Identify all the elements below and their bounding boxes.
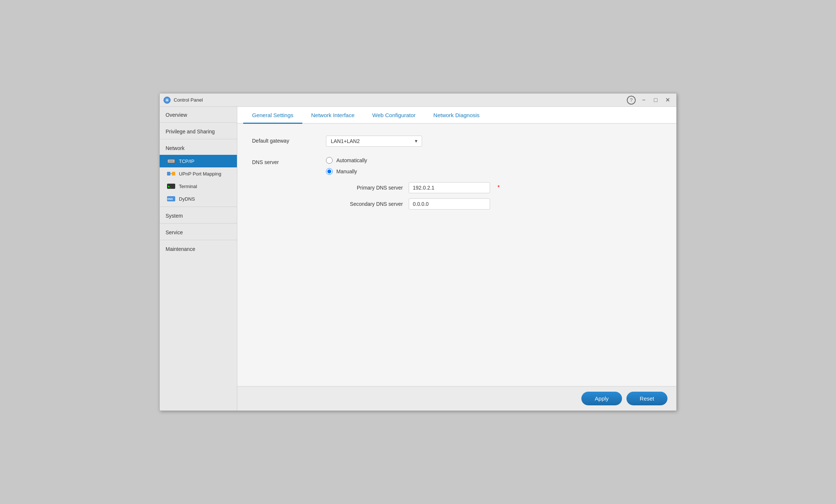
tab-network-interface[interactable]: Network Interface (302, 107, 364, 124)
minimize-button[interactable]: − (639, 96, 649, 105)
sidebar-item-dydns[interactable]: DNS DyDNS (160, 193, 237, 205)
right-panel: General Settings Network Interface Web C… (237, 107, 676, 411)
dns-server-controls: Automatically Manually Primary DNS serve… (326, 157, 500, 210)
dns-server-row: DNS server Automatically Manually P (252, 157, 662, 210)
dns-auto-radio[interactable] (326, 157, 333, 164)
dydns-label: DyDNS (179, 196, 195, 202)
default-gateway-row: Default gateway LAN1+LAN2 LAN1 LAN2 ▼ (252, 136, 662, 147)
default-gateway-label: Default gateway (252, 136, 326, 144)
dns-server-label: DNS server (252, 157, 326, 165)
sidebar-item-service[interactable]: Service (160, 224, 237, 239)
primary-dns-label: Primary DNS server (336, 185, 403, 191)
content-area: Default gateway LAN1+LAN2 LAN1 LAN2 ▼ DN… (237, 124, 676, 386)
tcpip-icon (167, 158, 175, 164)
upnp-label: UPnP Port Mapping (179, 171, 221, 177)
sidebar-item-system[interactable]: System (160, 208, 237, 222)
dns-auto-label[interactable]: Automatically (336, 157, 367, 163)
dns-auto-row: Automatically (326, 157, 500, 164)
dns-manual-radio[interactable] (326, 168, 333, 175)
control-panel-window: Control Panel ? − □ ✕ Overview Privilege… (159, 93, 677, 411)
svg-point-2 (166, 99, 168, 101)
tab-general-settings[interactable]: General Settings (243, 107, 302, 124)
main-content: Overview Privilege and Sharing Network T… (160, 107, 676, 411)
svg-text:▶_: ▶_ (168, 185, 172, 188)
svg-rect-5 (169, 160, 174, 162)
primary-dns-input[interactable] (409, 182, 490, 193)
dns-manual-label[interactable]: Manually (336, 168, 357, 174)
dns-manual-inputs: Primary DNS server * Secondary DNS serve… (336, 182, 500, 210)
sidebar-item-privilege[interactable]: Privilege and Sharing (160, 123, 237, 138)
terminal-icon: ▶_ (167, 183, 175, 189)
window-title: Control Panel (174, 97, 627, 103)
dns-manual-row: Manually (326, 168, 500, 175)
tabs-bar: General Settings Network Interface Web C… (237, 107, 676, 124)
sidebar-item-overview[interactable]: Overview (160, 107, 237, 122)
close-button[interactable]: ✕ (662, 96, 673, 105)
svg-text:DNS: DNS (167, 198, 173, 200)
apply-button[interactable]: Apply (581, 392, 622, 405)
sidebar-item-upnp[interactable]: UPnP Port Mapping (160, 167, 237, 180)
tab-network-diagnosis[interactable]: Network Diagnosis (425, 107, 489, 124)
secondary-dns-row: Secondary DNS server (336, 198, 500, 210)
sidebar-item-maintenance[interactable]: Maintenance (160, 241, 237, 256)
reset-button[interactable]: Reset (626, 392, 667, 405)
titlebar: Control Panel ? − □ ✕ (160, 93, 676, 107)
help-button[interactable]: ? (627, 96, 636, 105)
app-icon (163, 96, 171, 104)
sidebar-item-tcpip[interactable]: TCP/IP (160, 155, 237, 167)
sidebar-item-network[interactable]: Network (160, 140, 237, 155)
maximize-button[interactable]: □ (650, 96, 661, 105)
tab-web-configurator[interactable]: Web Configurator (363, 107, 424, 124)
sidebar: Overview Privilege and Sharing Network T… (160, 107, 237, 411)
window-controls: − □ ✕ (639, 96, 673, 105)
sidebar-item-terminal[interactable]: ▶_ Terminal (160, 180, 237, 193)
secondary-dns-input[interactable] (409, 198, 490, 210)
footer: Apply Reset (237, 386, 676, 411)
default-gateway-select-wrapper: LAN1+LAN2 LAN1 LAN2 ▼ (326, 136, 422, 147)
svg-rect-6 (167, 172, 170, 176)
required-star-icon: * (497, 184, 500, 191)
secondary-dns-label: Secondary DNS server (336, 201, 403, 207)
terminal-label: Terminal (179, 184, 197, 189)
tcpip-label: TCP/IP (179, 159, 194, 164)
primary-dns-row: Primary DNS server * (336, 182, 500, 193)
upnp-icon (167, 171, 175, 177)
default-gateway-select[interactable]: LAN1+LAN2 LAN1 LAN2 (326, 136, 422, 147)
svg-rect-7 (172, 172, 175, 176)
dydns-icon: DNS (167, 196, 175, 202)
